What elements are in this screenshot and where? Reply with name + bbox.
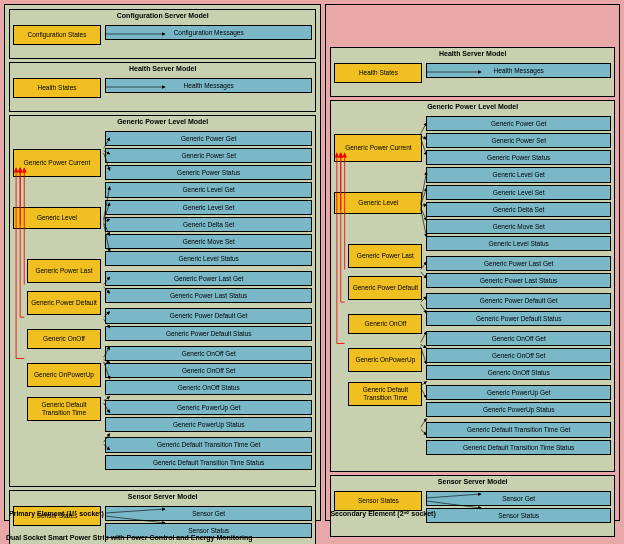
health-server-model-secondary: Health Server Model Health States Health… <box>330 47 615 97</box>
health-states: Health States <box>334 63 422 83</box>
secondary-element: Health Server Model Health States Health… <box>325 4 620 521</box>
sensor-states: Sensor States <box>334 491 422 511</box>
msg: Generic Power Set <box>105 148 312 163</box>
diagram-container: Configuration Server Model Configuration… <box>0 0 624 525</box>
sensor-server-model-secondary: Sensor Server Model Sensor States Sensor… <box>330 475 615 537</box>
health-server-model-primary: Health Server Model Health States Health… <box>9 62 316 112</box>
model-title: Generic Power Level Model <box>427 103 518 110</box>
state-power-last: Generic Power Last <box>27 259 101 283</box>
element-label: Primary Element (1ˢᵗ socket) <box>9 510 104 518</box>
msg: Generic Level Status <box>105 251 312 266</box>
msg: Generic Delta Set <box>105 217 312 232</box>
msg: Generic Power Status <box>426 150 611 165</box>
msg: Generic Default Transition Time Status <box>426 440 611 455</box>
msg: Generic PowerUp Status <box>105 417 312 432</box>
msg: Generic Power Get <box>105 131 312 146</box>
state-onoff: Generic OnOff <box>27 329 101 349</box>
state-power-current: Generic Power Current <box>13 149 101 177</box>
msg: Generic PowerUp Get <box>426 385 611 400</box>
msg: Generic Level Get <box>105 182 312 197</box>
msg: Generic Level Get <box>426 167 611 182</box>
primary-element: Configuration Server Model Configuration… <box>4 4 321 521</box>
msg: Generic Power Last Get <box>426 256 611 271</box>
msg: Generic Default Transition Time Get <box>105 437 312 452</box>
msg: Generic Power Default Get <box>105 308 312 323</box>
state-onpowerup: Generic OnPowerUp <box>348 348 422 372</box>
model-title: Sensor Server Model <box>438 478 508 485</box>
diagram-title: Dual Socket Smart Power Strip with Power… <box>6 534 253 541</box>
state-level: Generic Level <box>334 192 422 214</box>
msg: Generic PowerUp Status <box>426 402 611 417</box>
state-power-last: Generic Power Last <box>348 244 422 268</box>
msg: Generic Level Set <box>105 200 312 215</box>
msg: Generic Move Set <box>105 234 312 249</box>
config-states: Configuration States <box>13 25 101 45</box>
msg: Generic Power Last Get <box>105 271 312 286</box>
msg: Sensor Status <box>426 508 611 523</box>
model-title: Health Server Model <box>439 50 506 57</box>
msg: Generic OnOff Get <box>426 331 611 346</box>
element-label: Secondary Element (2ⁿᵈ socket) <box>330 510 435 518</box>
power-level-model-secondary: Generic Power Level Model Generic Power … <box>330 100 615 472</box>
model-title: Sensor Server Model <box>128 493 198 500</box>
msg: Generic Power Set <box>426 133 611 148</box>
model-title: Generic Power Level Model <box>117 118 208 125</box>
msg: Generic Power Last Status <box>105 288 312 303</box>
msg: Generic Power Default Status <box>105 326 312 341</box>
msg: Generic Level Set <box>426 185 611 200</box>
state-level: Generic Level <box>13 207 101 229</box>
msg: Generic Power Status <box>105 165 312 180</box>
state-transition: Generic Default Transition Time <box>348 382 422 406</box>
model-title: Health Server Model <box>129 65 196 72</box>
power-level-model-primary: Generic Power Level Model Generic Power … <box>9 115 316 487</box>
state-power-current: Generic Power Current <box>334 134 422 162</box>
msg: Generic Default Transition Time Get <box>426 422 611 437</box>
msg: Generic Default Transition Time Status <box>105 455 312 470</box>
state-power-default: Generic Power Default <box>348 276 422 300</box>
health-states: Health States <box>13 78 101 98</box>
config-messages: Configuration Messages <box>105 25 312 40</box>
msg: Generic OnOff Set <box>105 363 312 378</box>
msg: Generic Move Set <box>426 219 611 234</box>
state-onpowerup: Generic OnPowerUp <box>27 363 101 387</box>
config-server-model: Configuration Server Model Configuration… <box>9 9 316 59</box>
msg: Generic Power Last Status <box>426 273 611 288</box>
msg: Generic OnOff Set <box>426 348 611 363</box>
state-transition: Generic Default Transition Time <box>27 397 101 421</box>
msg: Generic PowerUp Get <box>105 400 312 415</box>
msg: Generic Power Default Status <box>426 311 611 326</box>
msg: Generic Power Get <box>426 116 611 131</box>
msg: Generic Level Status <box>426 236 611 251</box>
state-power-default: Generic Power Default <box>27 291 101 315</box>
msg: Sensor Get <box>426 491 611 506</box>
msg: Sensor Get <box>105 506 312 521</box>
msg: Generic OnOff Status <box>105 380 312 395</box>
model-title: Configuration Server Model <box>117 12 209 19</box>
msg: Generic OnOff Status <box>426 365 611 380</box>
health-messages: Health Messages <box>105 78 312 93</box>
msg: Generic OnOff Get <box>105 346 312 361</box>
state-onoff: Generic OnOff <box>348 314 422 334</box>
msg: Generic Power Default Get <box>426 293 611 308</box>
health-messages: Health Messages <box>426 63 611 78</box>
msg: Generic Delta Set <box>426 202 611 217</box>
